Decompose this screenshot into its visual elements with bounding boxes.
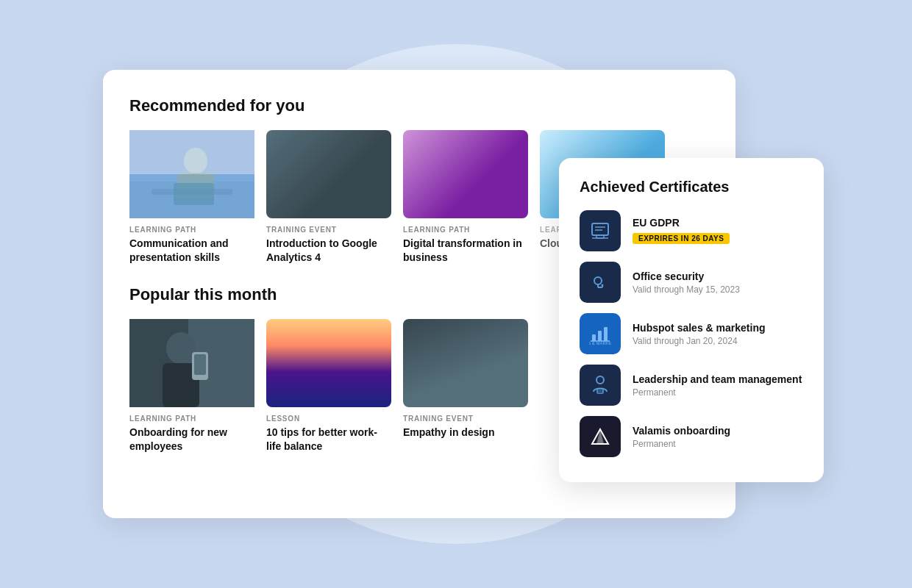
svg-point-46 bbox=[602, 284, 604, 287]
cert-item-eu-gdpr[interactable]: EU GDPR EXPRIRES IN 26 DAYS bbox=[580, 210, 803, 251]
card-image-2 bbox=[266, 130, 391, 218]
cert-item-leadership[interactable]: Leadership and team management Permanent bbox=[580, 365, 803, 406]
cert-name-office-security: Office security bbox=[633, 270, 803, 282]
card-type-3: LEARNING PATH bbox=[403, 226, 528, 234]
recommended-title: Recommended for you bbox=[129, 96, 709, 115]
svg-point-52 bbox=[596, 376, 604, 384]
popular-card-title-1: Onboarding for new employees bbox=[129, 426, 254, 453]
recommended-card-2[interactable]: TRAINING EVENT Introduction to Google An… bbox=[266, 130, 391, 265]
popular-image-3 bbox=[403, 319, 528, 407]
cert-icon-office-security bbox=[580, 262, 621, 303]
cert-icon-leadership bbox=[580, 365, 621, 406]
cert-valid-leadership: Permanent bbox=[633, 387, 803, 398]
cert-name-valamis: Valamis onboarding bbox=[633, 425, 803, 437]
achievements-title: Achieved Certificates bbox=[580, 179, 803, 196]
svg-rect-48 bbox=[598, 331, 602, 341]
cert-item-valamis[interactable]: Valamis onboarding Permanent bbox=[580, 416, 803, 457]
popular-card-title-3: Empathy in design bbox=[403, 426, 528, 440]
popular-card-title-2: 10 tips for better work-life balance bbox=[266, 426, 391, 453]
popular-card-3[interactable]: TRAINING EVENT Empathy in design bbox=[403, 319, 528, 453]
cert-icon-hubspot: SALES & MARKETING bbox=[580, 313, 621, 354]
popular-image-2 bbox=[266, 319, 391, 407]
cert-valid-office-security: Valid through May 15, 2023 bbox=[633, 284, 803, 295]
card-title-2: Introduction to Google Analytics 4 bbox=[266, 237, 391, 265]
svg-rect-37 bbox=[592, 223, 608, 235]
card-image-3 bbox=[403, 130, 528, 218]
cert-name-leadership: Leadership and team management bbox=[633, 373, 803, 385]
cert-item-office-security[interactable]: Office security Valid through May 15, 20… bbox=[580, 262, 803, 303]
cert-info-valamis: Valamis onboarding Permanent bbox=[633, 425, 803, 449]
popular-card-type-3: TRAINING EVENT bbox=[403, 415, 528, 423]
cert-info-office-security: Office security Valid through May 15, 20… bbox=[633, 270, 803, 295]
card-type-1: LEARNING PATH bbox=[129, 226, 254, 234]
cert-valid-hubspot: Valid through Jan 20, 2024 bbox=[633, 336, 803, 346]
card-title-1: Communication and presentation skills bbox=[129, 237, 254, 265]
cert-info-hubspot: Hubspot sales & marketing Valid through … bbox=[633, 322, 803, 346]
cert-badge-eu-gdpr: EXPRIRES IN 26 DAYS bbox=[633, 233, 730, 244]
cert-icon-valamis bbox=[580, 416, 621, 457]
svg-point-42 bbox=[594, 277, 602, 284]
achievements-panel: Achieved Certificates EU GDPR EXPRIRES I… bbox=[559, 158, 824, 482]
svg-rect-19 bbox=[129, 174, 254, 218]
svg-point-33 bbox=[166, 332, 196, 365]
card-title-3: Digital transformation in business bbox=[403, 237, 528, 265]
svg-rect-49 bbox=[604, 327, 608, 341]
cert-name-eu-gdpr: EU GDPR bbox=[633, 217, 803, 229]
card-type-2: TRAINING EVENT bbox=[266, 226, 391, 234]
popular-card-2[interactable]: LESSON 10 tips for better work-life bala… bbox=[266, 319, 391, 453]
cert-info-eu-gdpr: EU GDPR EXPRIRES IN 26 DAYS bbox=[633, 217, 803, 245]
svg-marker-56 bbox=[596, 429, 604, 444]
recommended-card-3[interactable]: LEARNING PATH Digital transformation in … bbox=[403, 130, 528, 265]
popular-card-type-1: LEARNING PATH bbox=[129, 415, 254, 423]
popular-card-type-2: LESSON bbox=[266, 415, 391, 423]
svg-rect-36 bbox=[194, 354, 206, 375]
svg-text:SALES & MARKETING: SALES & MARKETING bbox=[589, 341, 611, 345]
cert-valid-valamis: Permanent bbox=[633, 439, 803, 449]
cert-item-hubspot[interactable]: SALES & MARKETING Hubspot sales & market… bbox=[580, 313, 803, 354]
cert-name-hubspot: Hubspot sales & marketing bbox=[633, 322, 803, 334]
cert-info-leadership: Leadership and team management Permanent bbox=[633, 373, 803, 398]
cert-icon-eu-gdpr bbox=[580, 210, 621, 251]
svg-rect-47 bbox=[592, 334, 596, 341]
